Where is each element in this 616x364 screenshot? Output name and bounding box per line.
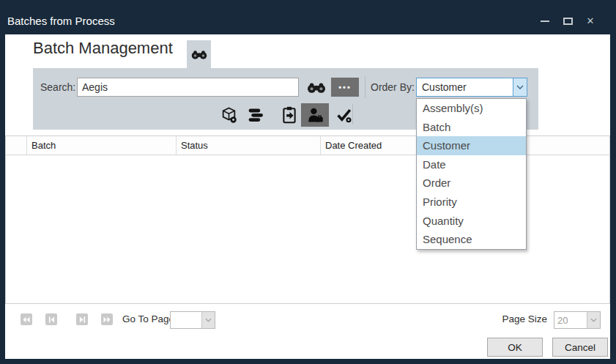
page-size-dropdown-button[interactable] (587, 312, 600, 328)
window-controls: ✕ (537, 14, 609, 29)
search-label: Search: (40, 78, 75, 97)
page-size-label: Page Size (502, 313, 547, 324)
order-by-option[interactable]: Assembly(s) (417, 99, 526, 118)
person-filter-button-selected[interactable] (301, 103, 329, 127)
titlebar: Batches from Process ✕ (0, 0, 616, 34)
person-lock-icon (307, 107, 324, 124)
order-by-option[interactable]: Batch (417, 118, 526, 137)
toolbar-divider (365, 76, 365, 98)
window-title: Batches from Process (7, 15, 537, 27)
toolbar-divider (352, 104, 353, 125)
column-header-selector[interactable] (6, 136, 27, 155)
database-button[interactable] (243, 104, 268, 126)
order-by-dropdown-button[interactable] (513, 78, 527, 96)
page-title: Batch Management (33, 39, 173, 58)
pagination-bar: Go To Page Page Size (5, 308, 610, 330)
next-page-icon (79, 316, 86, 323)
order-by-option[interactable]: Order (417, 174, 526, 193)
column-header-batch[interactable]: Batch (27, 136, 177, 155)
order-by-option[interactable]: Quantity (417, 212, 526, 231)
first-page-icon (23, 316, 30, 323)
chevron-down-icon (516, 85, 524, 89)
close-icon: ✕ (587, 16, 595, 26)
order-by-select[interactable]: Customer (416, 78, 527, 97)
more-options-button[interactable]: ••• (331, 78, 359, 97)
dialog-content: Batch Management Search: (5, 34, 610, 359)
go-to-page-dropdown-button[interactable] (201, 312, 215, 328)
order-by-dropdown-list: Assembly(s)BatchCustomerDateOrderPriorit… (416, 98, 527, 250)
last-page-button[interactable] (101, 313, 113, 325)
previous-page-icon (48, 316, 55, 323)
order-by-option[interactable]: Sequence (417, 230, 526, 249)
maximize-button[interactable] (560, 14, 576, 29)
cancel-button[interactable]: Cancel (552, 338, 608, 357)
order-by-option[interactable]: Priority (417, 193, 526, 212)
last-page-icon (103, 316, 111, 323)
first-page-button[interactable] (21, 313, 32, 325)
check-gear-icon (336, 108, 353, 123)
next-page-button[interactable] (76, 313, 88, 325)
chevron-down-icon (590, 318, 597, 322)
search-button[interactable] (305, 78, 327, 97)
page-size-input[interactable] (554, 312, 587, 328)
batches-from-process-dialog: Batches from Process ✕ Batch Management (0, 0, 616, 364)
order-by-option[interactable]: Date (417, 155, 526, 174)
binoculars-icon (191, 50, 207, 59)
close-button[interactable]: ✕ (582, 14, 598, 29)
tab-search[interactable] (187, 40, 211, 68)
minimize-icon (541, 21, 549, 22)
column-header-status[interactable]: Status (177, 136, 321, 155)
package-settings-button[interactable] (216, 104, 241, 126)
order-by-option[interactable]: Customer (417, 136, 526, 155)
page-size-combo[interactable] (554, 311, 601, 329)
search-input[interactable] (77, 78, 299, 97)
chevron-down-icon (205, 318, 212, 322)
order-by-value: Customer (417, 78, 513, 96)
minimize-button[interactable] (537, 14, 553, 29)
database-icon (248, 107, 264, 124)
order-by-label: Order By: (371, 78, 415, 97)
previous-page-button[interactable] (45, 313, 57, 325)
ellipsis-icon: ••• (338, 83, 352, 92)
package-gear-icon (220, 107, 237, 124)
clipboard-transfer-button[interactable] (277, 104, 302, 126)
maximize-icon (563, 18, 573, 25)
go-to-page-input[interactable] (171, 312, 201, 328)
go-to-page-label: Go To Page (122, 313, 174, 324)
ok-button[interactable]: OK (487, 338, 543, 357)
clipboard-arrow-icon (282, 106, 297, 124)
go-to-page-combo[interactable] (170, 311, 215, 329)
binoculars-icon (307, 82, 326, 93)
